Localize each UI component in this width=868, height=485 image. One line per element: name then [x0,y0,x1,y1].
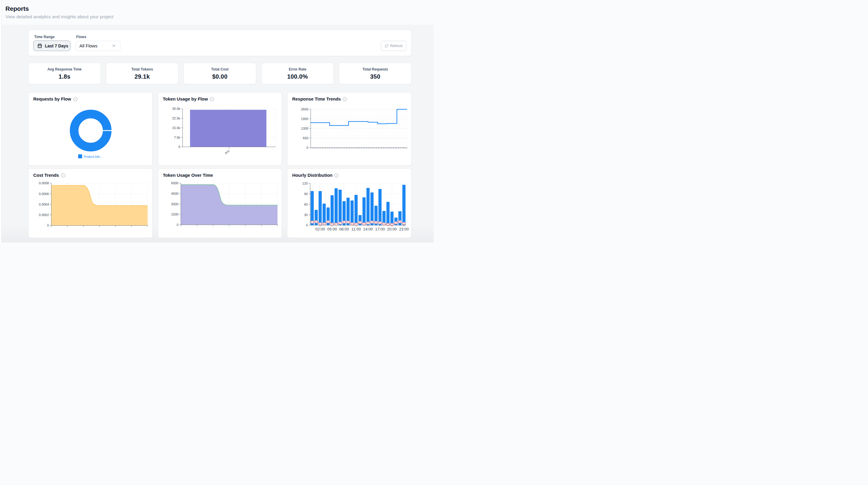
svg-text:1300: 1300 [301,126,308,130]
svg-text:Product Info…: Product Info… [84,155,103,158]
svg-text:0.0008: 0.0008 [39,181,49,185]
svg-text:0: 0 [306,223,308,227]
svg-text:3000: 3000 [171,202,178,206]
svg-text:30.0k: 30.0k [172,107,180,110]
svg-text:22.5k: 22.5k [172,116,180,120]
svg-text:0: 0 [307,146,308,149]
svg-text:0: 0 [47,224,49,227]
svg-text:17:00: 17:00 [375,227,385,231]
svg-text:7.5k: 7.5k [174,135,180,139]
svg-text:1500: 1500 [171,212,178,216]
svg-text:60: 60 [304,202,308,206]
svg-text:90: 90 [304,192,308,196]
svg-text:6000: 6000 [171,181,178,185]
svg-text:05:00: 05:00 [327,227,337,231]
svg-text:0.0004: 0.0004 [39,203,49,206]
svg-text:15.0k: 15.0k [172,126,180,130]
svg-text:1950: 1950 [301,117,308,120]
svg-text:20:00: 20:00 [387,227,397,231]
svg-text:Pro: Pro [224,149,230,155]
svg-text:650: 650 [303,136,308,140]
svg-text:0: 0 [177,223,179,227]
svg-text:4500: 4500 [171,192,178,195]
svg-text:0: 0 [178,145,180,148]
svg-text:2600: 2600 [301,107,308,111]
svg-text:14:00: 14:00 [363,227,373,231]
svg-text:0.0006: 0.0006 [39,192,49,195]
svg-text:0.0002: 0.0002 [39,213,49,217]
svg-text:08:00: 08:00 [339,227,349,231]
svg-text:02:00: 02:00 [315,227,326,231]
svg-text:23:00: 23:00 [399,227,409,231]
svg-text:120: 120 [302,181,308,185]
svg-text:30: 30 [304,213,308,217]
svg-text:11:00: 11:00 [351,227,361,231]
